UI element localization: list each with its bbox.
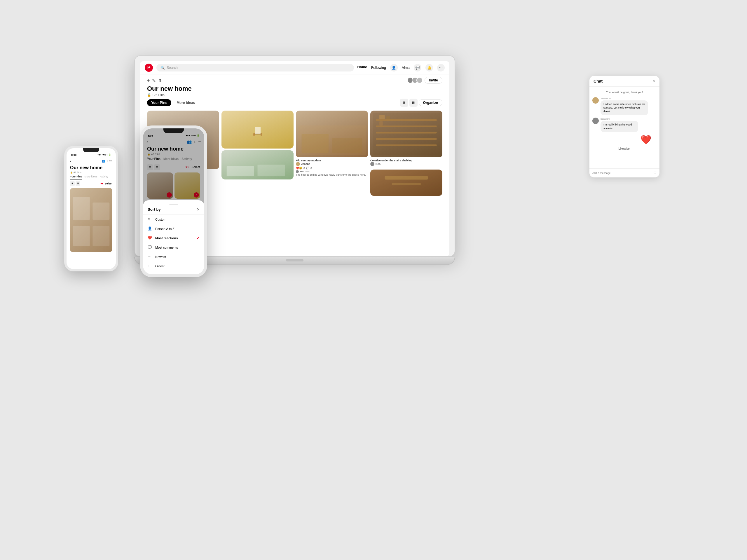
phone-small-notch xyxy=(83,148,99,152)
ben-message: I'm really liking the wood accents xyxy=(600,121,638,132)
phone-small-grid-icons: ⊞ ⊟ xyxy=(70,181,80,186)
search-bar[interactable]: 🔍 Search xyxy=(156,64,354,72)
phone-small: 8:08 ●●● WiFi 🔋 ‹ 👥 + ••• Our new home 🔒… xyxy=(64,146,118,272)
pin-avatar-5 xyxy=(370,162,375,166)
pin-card-6[interactable] xyxy=(370,170,442,196)
chat-close-button[interactable]: × xyxy=(653,79,655,83)
svg-rect-15 xyxy=(376,132,437,133)
nav-user-icon[interactable]: 👤 xyxy=(390,64,398,72)
phone-small-status-icons: ●●● WiFi 🔋 xyxy=(98,153,111,156)
tab-group: Your Pins More ideas xyxy=(147,99,199,106)
pin-card-2[interactable] xyxy=(222,110,293,149)
chat-message-input[interactable] xyxy=(592,172,651,175)
collaborator-avatars xyxy=(407,77,423,83)
phone-small-back[interactable]: ‹ xyxy=(70,159,72,163)
sort-comments-icon: 💬 xyxy=(148,245,152,250)
sort-person-label: Person A to Z xyxy=(155,227,175,231)
svg-rect-17 xyxy=(376,145,437,146)
svg-rect-28 xyxy=(93,226,109,246)
phone-small-heart[interactable]: ♥▾ xyxy=(100,182,103,185)
battery-icon-small: 🔋 xyxy=(108,153,111,156)
pin-col-4: Creative under the stairs shelving Ben xyxy=(370,110,442,217)
add-pin-button[interactable]: + xyxy=(147,78,150,83)
phone-small-time: 8:08 xyxy=(71,153,76,156)
svg-rect-20 xyxy=(379,121,383,125)
edit-board-button[interactable]: ✎ xyxy=(152,78,156,83)
pin-card-4[interactable]: Mid century modern Jeanne ❤️😊 3 💬 3 xyxy=(296,110,368,178)
svg-rect-26 xyxy=(93,203,109,220)
nav-more-icon[interactable]: ⋯ xyxy=(437,64,445,72)
phone-small-pin-preview xyxy=(70,188,112,252)
pin-info-5: Creative under the stairs shelving Ben xyxy=(370,157,442,168)
masonry-view-icon[interactable]: ⊟ xyxy=(409,99,417,107)
phone-small-select[interactable]: Select xyxy=(104,182,112,185)
pin-user-5: Ben xyxy=(370,162,442,166)
phone-small-board-title: Our new home xyxy=(67,164,116,171)
phone-small-tab-more-ideas[interactable]: More ideas xyxy=(84,175,98,179)
board-header: + ✎ ⬆ Invite xyxy=(140,74,449,85)
phone-small-grid-3[interactable]: ⊟ xyxy=(76,181,80,186)
svg-rect-22 xyxy=(385,176,428,179)
search-placeholder: Search xyxy=(166,66,178,70)
sort-reactions-icon: ❤️ xyxy=(148,236,152,240)
phone-small-tab-your-pins[interactable]: Your Pins xyxy=(70,175,82,179)
sheet-title: Sort by xyxy=(148,207,161,211)
pin-user-4: Jeanne xyxy=(296,162,368,166)
phone-small-grid-2[interactable]: ⊞ xyxy=(70,181,75,186)
pin-avatar-4 xyxy=(296,162,300,166)
invite-button[interactable]: Invite xyxy=(424,77,442,84)
pin-card-3[interactable] xyxy=(222,150,293,179)
wifi-icon-small: WiFi xyxy=(102,153,107,156)
pin-comment-preview: Ben 10m The floor to ceiling windows rea… xyxy=(296,170,368,177)
nav-home[interactable]: Home xyxy=(357,65,367,70)
organize-button[interactable]: Organize xyxy=(419,99,442,106)
pinterest-logo[interactable]: P xyxy=(145,63,153,72)
tab-your-pins[interactable]: Your Pins xyxy=(147,99,171,106)
sort-newest[interactable]: → Newest xyxy=(143,252,204,261)
svg-rect-27 xyxy=(73,226,90,246)
sort-most-reactions[interactable]: ❤️ Most reactions ✓ xyxy=(143,233,204,243)
sort-reactions-label: Most reactions xyxy=(155,236,178,240)
jeanne-avatar xyxy=(592,97,599,104)
chat-heart-button[interactable]: ♡ xyxy=(653,171,656,175)
nav-chat-icon[interactable]: 💬 xyxy=(414,64,421,72)
tab-more-ideas[interactable]: More ideas xyxy=(173,99,199,106)
phone-large: 8:08 ●●● WiFi 🔋 ‹ 👥 + ••• Our new home 🔒… xyxy=(140,126,207,277)
svg-rect-25 xyxy=(73,197,90,220)
pin-col-2 xyxy=(222,110,293,217)
sort-custom[interactable]: ⊕ Custom xyxy=(143,215,204,224)
svg-rect-13 xyxy=(376,119,437,121)
phone-small-nav: ‹ 👥 + ••• xyxy=(67,158,116,164)
sheet-close-button[interactable]: × xyxy=(197,207,200,212)
phone-small-tabs: Your Pins More ideas Activity xyxy=(67,175,116,180)
sort-most-comments[interactable]: 💬 Most comments xyxy=(143,243,204,252)
sort-newest-icon: → xyxy=(148,254,152,259)
search-icon: 🔍 xyxy=(160,66,165,70)
ben-meta: Ben 20m xyxy=(600,118,645,120)
phone-small-tab-activity[interactable]: Activity xyxy=(100,175,108,179)
grid-view-icon[interactable]: ⊞ xyxy=(400,99,408,107)
sort-oldest-label: Oldest xyxy=(155,264,164,268)
svg-rect-5 xyxy=(253,133,255,136)
sort-oldest[interactable]: ← Oldest xyxy=(143,261,204,271)
phone-small-add[interactable]: + xyxy=(106,159,108,162)
chat-header: Chat × xyxy=(589,76,660,87)
pin-reactions-4: ❤️😊 3 💬 3 xyxy=(296,167,368,170)
nav-bell-icon[interactable]: 🔔 xyxy=(426,64,433,72)
phone-small-status-bar: 8:08 ●●● WiFi 🔋 xyxy=(67,152,116,158)
svg-rect-19 xyxy=(386,116,390,119)
sort-custom-label: Custom xyxy=(155,218,166,221)
phone-small-more[interactable]: ••• xyxy=(109,159,112,162)
share-board-button[interactable]: ⬆ xyxy=(158,78,162,83)
board-actions: + ✎ ⬆ xyxy=(147,78,162,83)
nav-following[interactable]: Following xyxy=(371,66,386,70)
svg-rect-7 xyxy=(227,166,254,176)
sort-person-az[interactable]: 👤 Person A to Z xyxy=(143,224,204,233)
pin-info-4: Mid century modern Jeanne ❤️😊 3 💬 3 xyxy=(296,157,368,178)
sort-custom-icon: ⊕ xyxy=(148,217,152,222)
board-pin-count: 🔒 123 Pins xyxy=(147,93,442,97)
svg-rect-4 xyxy=(255,127,261,134)
pin-card-5[interactable]: Creative under the stairs shelving Ben xyxy=(370,110,442,168)
ben-avatar xyxy=(592,118,599,124)
phone-small-avatars: 👥 xyxy=(102,159,105,162)
